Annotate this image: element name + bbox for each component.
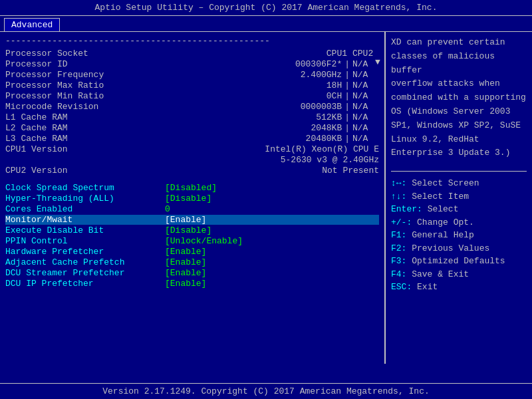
key-hint-5: F2: Previous Values	[391, 242, 527, 255]
top-bar: Aptio Setup Utility – Copyright (C) 2017…	[0, 0, 532, 16]
table-row: Processor Max Ratio 18H | N/A	[5, 80, 379, 90]
key-hints-section: ↕↔: Select Screen ↑↓: Select Item Enter:…	[391, 171, 527, 294]
setting-row-4[interactable]: Execute Disable Bit [Disable]	[5, 225, 379, 235]
help-line-0: XD can prevent certain	[391, 36, 527, 50]
right-divider	[391, 171, 527, 172]
table-row: Processor Min Ratio 0CH | N/A	[5, 91, 379, 101]
title-text: Aptio Setup Utility – Copyright (C) 2017…	[95, 3, 438, 13]
setting-row-5[interactable]: PPIN Control [Unlock/Enable]	[5, 236, 379, 246]
bottom-bar: Version 2.17.1249. Copyright (C) 2017 Am…	[0, 383, 532, 399]
setting-row-0[interactable]: Clock Spread Spectrum [Disabled]	[5, 183, 379, 193]
info-rows: Processor Socket CPU1 CPU2 Processor ID …	[5, 49, 379, 144]
table-row: L2 Cache RAM 2048KB | N/A	[5, 123, 379, 133]
divider: ----------------------------------------…	[5, 36, 379, 46]
key-hint-2: Enter: Select	[391, 203, 527, 216]
cpu1-version-line2: 5-2630 v3 @ 2.40GHz	[5, 155, 379, 165]
setting-row-6[interactable]: Hardware Prefetcher [Enable]	[5, 247, 379, 257]
table-row: L1 Cache RAM 512KB | N/A	[5, 112, 379, 122]
help-line-7: Enterprise 3 Update 3.)	[391, 146, 527, 160]
setting-row-7[interactable]: Adjacent Cache Prefetch [Enable]	[5, 257, 379, 267]
key-hint-4: F1: General Help	[391, 229, 527, 242]
left-panel: ----------------------------------------…	[0, 32, 386, 364]
cpu2-version-row: CPU2 Version Not Present	[5, 166, 379, 176]
help-line-4: OS (Windows Server 2003	[391, 105, 527, 119]
cpu1-version-row: CPU1 Version Intel(R) Xeon(R) CPU E	[5, 144, 379, 154]
key-hint-7: F4: Save & Exit	[391, 268, 527, 281]
help-text-area: XD can prevent certain classes of malici…	[391, 36, 527, 160]
table-row: Processor Socket CPU1 CPU2	[5, 49, 379, 59]
tab-bar: Advanced	[0, 16, 532, 31]
table-row: Processor Frequency 2.400GHz | N/A	[5, 70, 379, 80]
scroll-down-arrow[interactable]: ▼	[375, 57, 380, 67]
table-row: Microcode Revision 0000003B | N/A	[5, 102, 379, 112]
setting-row-1[interactable]: Hyper-Threading (ALL) [Disable]	[5, 194, 379, 203]
help-line-5: SP1, Windows XP SP2, SuSE	[391, 119, 527, 133]
settings-rows: Clock Spread Spectrum [Disabled] Hyper-T…	[5, 183, 379, 289]
right-panel: XD can prevent certain classes of malici…	[386, 32, 532, 364]
table-row: L3 Cache RAM 20480KB | N/A	[5, 134, 379, 144]
help-line-2: overflow attacks when	[391, 77, 527, 91]
key-hint-1: ↑↓: Select Item	[391, 190, 527, 203]
help-line-3: combined with a supporting	[391, 91, 527, 105]
help-line-6: Linux 9.2, RedHat	[391, 133, 527, 147]
key-hint-3: +/-: Change Opt.	[391, 216, 527, 229]
table-row: Processor ID 000306F2* | N/A	[5, 59, 379, 69]
setting-row-3[interactable]: Monitor/Mwait [Enable]	[5, 215, 379, 225]
main-content: ----------------------------------------…	[0, 31, 532, 364]
bottom-text: Version 2.17.1249. Copyright (C) 2017 Am…	[102, 386, 429, 396]
setting-row-9[interactable]: DCU IP Prefetcher [Enable]	[5, 279, 379, 289]
tab-advanced[interactable]: Advanced	[4, 18, 60, 31]
key-hint-0: ↕↔: Select Screen	[391, 177, 527, 190]
help-line-1: classes of malicious buffer	[391, 50, 527, 78]
key-hint-6: F3: Optimized Defaults	[391, 255, 527, 268]
setting-row-8[interactable]: DCU Streamer Prefetcher [Enable]	[5, 268, 379, 278]
setting-row-2[interactable]: Cores Enabled 0	[5, 204, 379, 214]
key-hint-8: ESC: Exit	[391, 281, 527, 294]
